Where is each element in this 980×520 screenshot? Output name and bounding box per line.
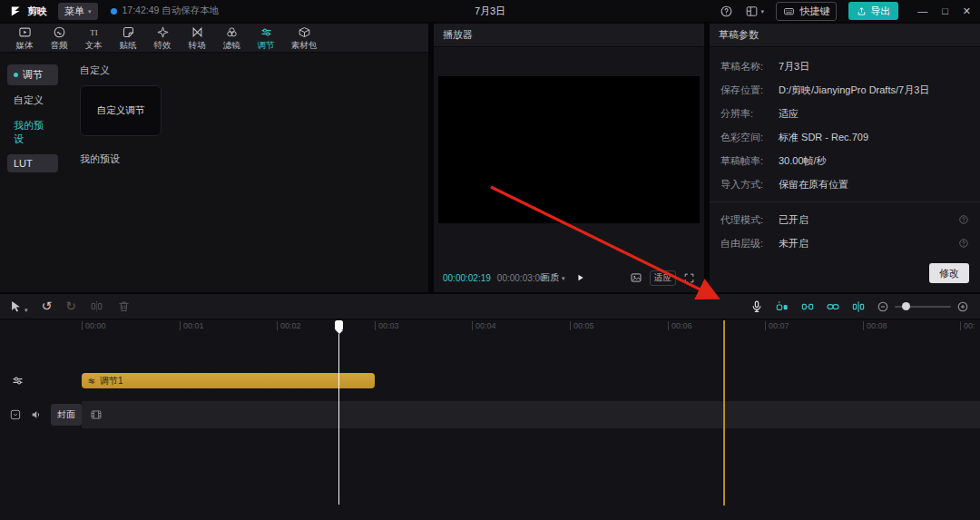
delete-button[interactable] (117, 299, 131, 313)
tab-media[interactable]: 媒体 (7, 25, 42, 50)
ruler-tick: 00:07 (765, 321, 789, 330)
zoom-out-icon[interactable] (877, 300, 889, 313)
close-button[interactable]: ✕ (963, 5, 971, 17)
workspace-layout-button[interactable]: ▾ (745, 5, 765, 18)
tab-adjust[interactable]: 调节 (249, 25, 283, 50)
param-label: 自由层级: (720, 237, 779, 250)
tab-filter[interactable]: 滤镜 (214, 25, 249, 50)
menu-button[interactable]: 菜单 ▾ (58, 3, 98, 20)
keyboard-icon (783, 5, 795, 17)
params-title: 草稿参数 (719, 28, 759, 42)
timeline-ruler[interactable]: 00:00 00:01 00:02 00:03 00:04 00:05 00:0… (0, 319, 980, 332)
timeline-panel: ▾ ↺ ↻ (0, 294, 980, 520)
audio-icon (53, 25, 66, 39)
adjustment-track-icon (11, 374, 24, 388)
params-rows: 草稿名称: 7月3日 保存位置: D:/剪映/JianyingPro Draft… (710, 47, 980, 255)
params-header: 草稿参数 (710, 24, 980, 47)
tab-transition[interactable]: 转场 (180, 25, 214, 50)
sticker-icon (122, 25, 135, 39)
tab-sticker[interactable]: 贴纸 (111, 25, 145, 50)
library-content: 自定义 自定义调节 我的预设 (65, 53, 428, 292)
question-circle-icon[interactable] (958, 238, 969, 249)
track-expand-icon[interactable] (9, 408, 22, 421)
modify-button[interactable]: 修改 (929, 263, 969, 283)
maximize-button[interactable]: □ (942, 5, 948, 17)
undo-button[interactable]: ↺ (42, 299, 53, 313)
timeline-tools-left: ▾ ↺ ↻ (9, 299, 131, 313)
param-value: 标准 SDR - Rec.709 (779, 131, 868, 144)
param-row-resolution: 分辨率: 适应 (710, 102, 980, 125)
player-panel: 播放器 00:00:02:19 00:00:03:00 画质 ▾ 适应 (434, 24, 704, 292)
question-circle-icon[interactable] (958, 214, 969, 225)
tab-asset-pack[interactable]: 素材包 (283, 25, 325, 50)
timeline-tracks: 调节1 封面 (0, 332, 980, 520)
chevron-down-icon: ▾ (562, 275, 565, 281)
export-icon (857, 6, 867, 16)
tab-effects[interactable]: 特效 (145, 25, 180, 50)
speaker-icon[interactable] (30, 408, 43, 421)
playhead-line (338, 334, 340, 505)
tab-text[interactable]: TI 文本 (76, 25, 111, 50)
total-time: 00:00:03:00 (497, 273, 545, 283)
sidebar-item-lut[interactable]: LUT (7, 154, 58, 172)
linkage-button[interactable] (826, 299, 840, 314)
zoom-slider-handle[interactable] (902, 302, 910, 310)
player-header: 播放器 (434, 24, 704, 47)
divider (710, 201, 980, 202)
zoom-slider[interactable] (895, 306, 951, 308)
library-sidebar: 调节 自定义 我的预设 LUT (0, 53, 65, 292)
param-row-proxy: 代理模式: 已开启 (710, 208, 980, 231)
sync-status-dot (111, 8, 117, 15)
jianying-logo-icon (9, 5, 23, 18)
select-tool-button[interactable]: ▾ (9, 299, 28, 313)
tab-label: 素材包 (291, 41, 318, 50)
svg-text:TI: TI (90, 28, 97, 37)
picture-ratio-icon[interactable] (630, 271, 642, 284)
export-button[interactable]: 导出 (848, 2, 898, 20)
param-label: 分辨率: (720, 107, 779, 121)
record-audio-mic-icon[interactable] (750, 299, 764, 314)
tab-audio[interactable]: 音频 (42, 25, 76, 50)
main-track-row[interactable] (82, 401, 980, 428)
play-button[interactable] (575, 272, 585, 283)
main-track-header: 封面 (9, 401, 82, 428)
app-name: 剪映 (27, 5, 47, 18)
tab-label: 特效 (154, 41, 172, 50)
tab-label: 音频 (51, 41, 68, 50)
auto-snap-button[interactable] (800, 299, 815, 314)
quality-dropdown[interactable]: 画质 ▾ (541, 271, 565, 284)
split-button[interactable] (90, 299, 103, 313)
playhead-handle[interactable] (335, 320, 343, 330)
ruler-tick: 00:00 (82, 321, 106, 330)
param-label: 保存位置: (720, 83, 779, 97)
sidebar-item-adjust[interactable]: 调节 (7, 64, 58, 85)
timeline-toolbar: ▾ ↺ ↻ (0, 294, 980, 319)
main-track-magnet-button[interactable] (775, 299, 789, 314)
fullscreen-icon[interactable] (683, 272, 695, 284)
layout-icon (745, 5, 759, 18)
media-icon (18, 25, 32, 39)
tab-label: 调节 (258, 41, 275, 50)
sidebar-item-label: 调节 (23, 68, 43, 82)
playhead[interactable] (335, 320, 343, 505)
clip-label: 调节1 (100, 375, 123, 388)
custom-adjust-card[interactable]: 自定义调节 (80, 85, 162, 136)
cover-button[interactable]: 封面 (51, 404, 82, 426)
adjust-icon (260, 25, 273, 39)
adjustment-clip[interactable]: 调节1 (82, 373, 375, 388)
param-label: 导入方式: (720, 178, 779, 191)
param-label: 草稿名称: (720, 60, 779, 74)
zoom-in-icon[interactable] (956, 300, 969, 313)
help-icon[interactable] (720, 5, 733, 18)
window-controls: — □ ✕ (917, 5, 971, 17)
sidebar-item-label: 我的预设 (14, 119, 52, 146)
preview-axis-button[interactable] (851, 299, 866, 314)
redo-button[interactable]: ↻ (65, 299, 76, 313)
sidebar-item-my-presets[interactable]: 我的预设 (7, 115, 58, 150)
player-right-controls: 适应 (630, 270, 695, 286)
fit-button[interactable]: 适应 (650, 270, 676, 286)
player-controls: 00:00:02:19 00:00:03:00 画质 ▾ 适应 (443, 270, 695, 286)
minimize-button[interactable]: — (917, 5, 927, 17)
shortcuts-button[interactable]: 快捷键 (776, 2, 837, 21)
sidebar-item-custom[interactable]: 自定义 (7, 90, 58, 111)
